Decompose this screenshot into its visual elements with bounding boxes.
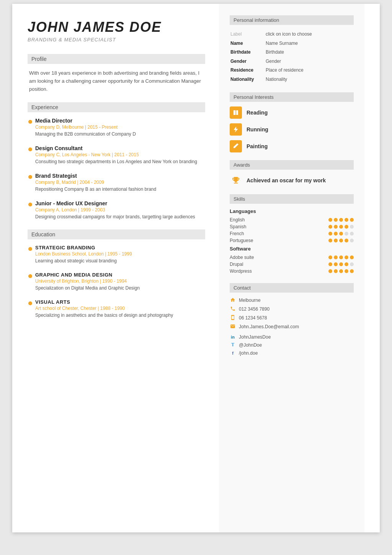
education-item: STRATEGIC BRANDING London Business Schoo… <box>35 245 205 264</box>
experience-timeline: Media Director Company D, Melbourne | 20… <box>28 118 205 220</box>
skill-row: English <box>230 217 354 223</box>
skill-name: French <box>230 231 260 236</box>
dot-filled <box>345 239 348 242</box>
edu-desc: Learning about strategic visual branding <box>35 257 205 264</box>
social-item: f /john.doe <box>230 350 354 356</box>
dot-filled <box>339 262 343 266</box>
skills-block: LanguagesEnglishSpanishFrenchPortugueseS… <box>230 208 354 275</box>
experience-header: Experience <box>28 102 205 112</box>
skill-name: Adobe suite <box>230 255 260 260</box>
skill-section-title: Languages <box>230 208 354 214</box>
exp-company: Company D, Melbourne | 2015 - Present <box>35 124 205 130</box>
skill-name: Wordpress <box>230 268 260 274</box>
home-icon <box>230 297 236 304</box>
job-title: BRANDING & MEDIA SPECIALIST <box>28 37 205 43</box>
skill-name: Spanish <box>230 224 260 229</box>
exp-company: Company B, Madrid | 2004 - 2009 <box>35 180 205 185</box>
skill-row: Spanish <box>230 224 354 229</box>
social-text: JohnJamesDoe <box>239 334 271 340</box>
skills-header: Skills <box>230 194 354 204</box>
exp-company: Company A, London | 1999 - 2003 <box>35 207 205 213</box>
dot-filled <box>328 262 332 266</box>
profile-text: With over 18 years experience in both ad… <box>28 69 205 93</box>
skill-dots <box>328 239 354 242</box>
contact-header: Contact <box>230 283 354 293</box>
dot-filled <box>334 239 338 242</box>
right-column: Personal information Labelclick on icon … <box>219 4 364 532</box>
left-column: JOHN JAMES DOE BRANDING & MEDIA SPECIALI… <box>12 4 219 532</box>
trophy-icon <box>230 174 242 187</box>
profile-header: Profile <box>28 54 205 64</box>
education-item: VISUAL ARTS Art school of Chester, Chest… <box>35 299 205 319</box>
social-list: in JohnJamesDoe 𝕋 @JohnDoe f /john.doe <box>230 334 354 356</box>
personal-info-header: Personal information <box>230 15 354 25</box>
experience-item: Design Consultant Company C, Los Angeles… <box>35 145 205 165</box>
skill-row: Wordpress <box>230 268 354 274</box>
info-row: BirthdateBirthdate <box>230 48 353 57</box>
dot-filled <box>345 218 348 222</box>
contact-item: 06 1234 5678 <box>230 315 354 321</box>
dot-filled <box>345 269 348 273</box>
edu-title: STRATEGIC BRANDING <box>35 245 205 250</box>
dot-filled <box>350 269 354 273</box>
info-value: Gender <box>266 57 353 66</box>
skill-dots <box>328 262 354 266</box>
exp-title: Media Director <box>35 118 205 124</box>
exp-company: Company C, Los Angeles - New York | 2011… <box>35 152 205 157</box>
skill-row: French <box>230 231 354 236</box>
skill-section-title: Software <box>230 246 354 252</box>
dot-filled <box>339 218 343 222</box>
name-section: JOHN JAMES DOE BRANDING & MEDIA SPECIALI… <box>28 19 205 43</box>
dot-filled <box>328 255 332 259</box>
personal-info-table: Labelclick on icon to chooseNameName Sur… <box>230 29 354 85</box>
dot-filled <box>339 255 343 259</box>
edu-company: Art school of Chester, Chester | 1988 - … <box>35 306 205 311</box>
info-row: NationalityNationality <box>230 75 353 84</box>
exp-desc: Repositioning Company B as an internatio… <box>35 186 205 193</box>
skill-name: English <box>230 217 260 223</box>
exp-desc: Managing the B2B communication of Compan… <box>35 131 205 138</box>
social-item: in JohnJamesDoe <box>230 334 354 340</box>
exp-desc: Designing crossmedial campaigns for majo… <box>35 213 205 220</box>
edu-desc: Specialization on Digital Media and Grap… <box>35 285 205 291</box>
info-key: Birthdate <box>230 48 265 57</box>
interests-header: Personal Interests <box>230 92 354 102</box>
tw-icon: 𝕋 <box>230 342 236 348</box>
contact-text: 012 3456 7890 <box>239 306 270 312</box>
dot-filled <box>345 225 348 229</box>
interest-label: Reading <box>247 110 268 116</box>
dot-filled <box>334 262 338 266</box>
experience-item: Junior - Medior UX Designer Company A, L… <box>35 200 205 220</box>
fb-icon: f <box>230 350 236 356</box>
info-row: Labelclick on icon to choose <box>230 30 353 39</box>
contact-item: John.James.Doe@email.com <box>230 324 354 330</box>
dot-filled <box>339 225 343 229</box>
dot-empty <box>350 232 354 236</box>
skill-section: SoftwareAdobe suiteDrupalWordpress <box>230 246 354 275</box>
skill-dots <box>328 255 354 259</box>
resume-container: JOHN JAMES DOE BRANDING & MEDIA SPECIALI… <box>12 4 380 532</box>
contact-item: Melbourne <box>230 297 354 304</box>
dot-empty <box>350 239 354 242</box>
email-icon <box>230 324 236 330</box>
info-row: ResidencePlace of residence <box>230 66 353 75</box>
dot-filled <box>339 232 343 236</box>
skill-dots <box>328 218 354 222</box>
dot-filled <box>345 255 348 259</box>
dot-empty <box>350 262 354 266</box>
dot-empty <box>350 225 354 229</box>
dot-filled <box>350 255 354 259</box>
interest-label: Painting <box>247 143 268 149</box>
experience-item: Brand Strategist Company B, Madrid | 200… <box>35 173 205 193</box>
dot-filled <box>345 262 348 266</box>
skill-row: Drupal <box>230 262 354 267</box>
info-row: NameName Surname <box>230 39 353 48</box>
dot-filled <box>328 232 332 236</box>
book-icon <box>230 106 242 119</box>
interests-list: Reading Running Painting <box>230 106 354 152</box>
info-value: click on icon to choose <box>266 30 353 39</box>
awards-list: Achieved an oscar for my work <box>230 174 354 187</box>
exp-title: Junior - Medior UX Designer <box>35 200 205 206</box>
dot-filled <box>334 218 338 222</box>
exp-title: Design Consultant <box>35 145 205 151</box>
